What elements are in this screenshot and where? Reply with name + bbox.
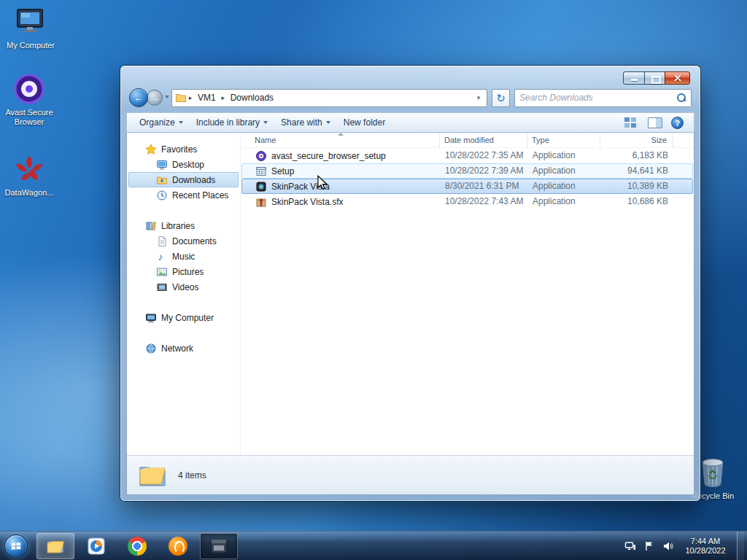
sidebar-item-recent-places[interactable]: Recent Places [128,187,239,203]
column-header-date-modified[interactable]: Date modified [440,133,527,148]
column-header-type[interactable]: Type [527,133,600,148]
share-with-button[interactable]: Share with [274,114,337,131]
column-header-size[interactable]: Size [600,133,673,148]
folder-icon [139,463,166,488]
breadcrumb[interactable]: VM1 Downloads [171,89,487,107]
chrome-icon [128,537,147,556]
refresh-button[interactable]: ↻ [492,89,510,107]
avast-browser-icon [13,73,45,105]
desktop-icon-label: My Computer [2,41,59,50]
new-folder-button[interactable]: New folder [337,114,392,131]
documents-icon [156,236,168,247]
file-size: 94,641 KB [601,163,674,179]
nav-history-dropdown-icon[interactable] [165,96,169,98]
details-pane: 4 items [127,455,694,494]
preview-pane-button[interactable] [648,117,662,128]
tray-action-center-flag-icon[interactable] [643,540,655,552]
taskbar-explorer-button[interactable] [36,533,74,559]
show-desktop-button[interactable] [737,532,744,560]
file-date: 8/30/2021 6:31 PM [441,179,528,194]
taskbar-clock[interactable]: 7:44 AM 10/28/2022 [681,537,729,556]
include-in-library-button[interactable]: Include in library [190,114,274,131]
back-button[interactable]: ← [129,88,148,107]
file-size: 10,686 KB [601,194,674,209]
desktop-icon-avast-browser[interactable]: Avast Secure Browser [1,73,58,127]
desktop-monitor-icon [156,159,168,171]
breadcrumb-separator-icon [220,94,227,101]
sidebar-section-network[interactable]: Network [128,341,239,356]
sidebar-label: Videos [172,282,198,292]
file-row-skinpack-vista-sfx[interactable]: SkinPack Vista.sfx 10/28/2022 7:43 AM Ap… [241,194,693,209]
sidebar-item-videos[interactable]: Videos [128,279,239,295]
windows-flag-icon [9,540,23,553]
my-computer-icon [15,6,47,38]
address-folder-icon [175,92,187,104]
start-button[interactable] [4,534,28,558]
system-tray: 7:44 AM 10/28/2022 [624,532,747,560]
sidebar-section-my-computer[interactable]: My Computer [128,310,239,325]
file-size: 6,183 KB [601,148,674,163]
organize-button[interactable]: Organize [133,114,190,131]
explorer-folder-icon [46,537,65,556]
file-row-avast-setup[interactable]: avast_secure_browser_setup 10/28/2022 7:… [241,148,693,163]
desktop-icon-label: DataWagon... [1,188,58,198]
sidebar-section-favorites[interactable]: Favorites [128,141,239,157]
minimize-button[interactable] [623,71,645,85]
search-icon [676,93,686,103]
address-dropdown-icon[interactable] [473,94,484,101]
tray-network-icon[interactable] [624,540,636,552]
desktop-icon-datawagon[interactable]: DataWagon... [1,153,58,198]
sidebar-item-documents[interactable]: Documents [128,233,239,249]
recent-places-clock-icon [156,190,168,201]
close-button[interactable] [665,71,690,85]
chevron-down-icon [179,121,183,124]
tray-volume-icon[interactable] [662,540,674,552]
help-button[interactable] [671,117,684,129]
breadcrumb-item-downloads[interactable]: Downloads [227,93,277,103]
sidebar-item-downloads[interactable]: Downloads [128,172,239,187]
media-app-icon [87,537,106,556]
clock-time: 7:44 AM [681,537,729,546]
taskbar-media-app-button[interactable] [77,533,115,559]
sort-ascending-icon [338,133,344,136]
taskbar-active-app-button[interactable] [200,533,238,559]
file-date: 10/28/2022 7:39 AM [441,163,528,179]
libraries-icon [145,220,157,232]
address-bar: ← → VM1 Downloads ↻ [129,88,692,108]
refresh-icon: ↻ [496,92,506,104]
forward-button[interactable]: → [147,90,163,106]
window-caption-buttons [624,71,690,85]
desktop-icon-my-computer[interactable]: My Computer [2,6,59,50]
skinpack-file-icon [255,181,267,192]
back-arrow-icon: ← [134,93,144,104]
sidebar-item-music[interactable]: ♪ Music [128,249,239,264]
file-name: SkinPack Vista [271,179,330,194]
breadcrumb-item-vm1[interactable]: VM1 [194,93,220,103]
computer-icon [145,312,157,324]
file-type: Application [528,179,601,194]
forward-arrow-icon: → [150,93,160,104]
file-row-setup[interactable]: Setup 10/28/2022 7:39 AM Application 94,… [241,163,693,179]
file-row-skinpack-vista[interactable]: SkinPack Vista 8/30/2021 6:31 PM Applica… [241,179,693,194]
taskbar-chrome-button[interactable] [118,533,156,559]
change-view-button[interactable] [624,117,639,128]
navigation-pane: Favorites Desktop Downloads [127,133,241,455]
search-input[interactable] [519,93,676,103]
file-date: 10/28/2022 7:35 AM [441,148,528,163]
new-folder-label: New folder [344,117,385,128]
sidebar-section-libraries[interactable]: Libraries [128,218,239,233]
sidebar-item-pictures[interactable]: Pictures [128,264,239,279]
explorer-window: ← → VM1 Downloads ↻ [120,66,700,501]
explorer-client-area: Favorites Desktop Downloads [126,133,694,495]
chevron-down-icon [263,121,268,124]
taskbar-avast-button[interactable] [159,533,197,559]
desktop-background[interactable]: My Computer Avast Secure Browser DataWag… [0,0,747,560]
desktop-icon-label: Avast Secure Browser [1,108,58,127]
network-globe-icon [145,343,157,354]
organize-label: Organize [139,117,175,128]
videos-icon [156,281,168,293]
active-app-window-icon [209,537,228,556]
avast-icon [169,537,187,556]
sidebar-item-desktop[interactable]: Desktop [128,157,239,172]
maximize-button[interactable] [644,71,665,85]
